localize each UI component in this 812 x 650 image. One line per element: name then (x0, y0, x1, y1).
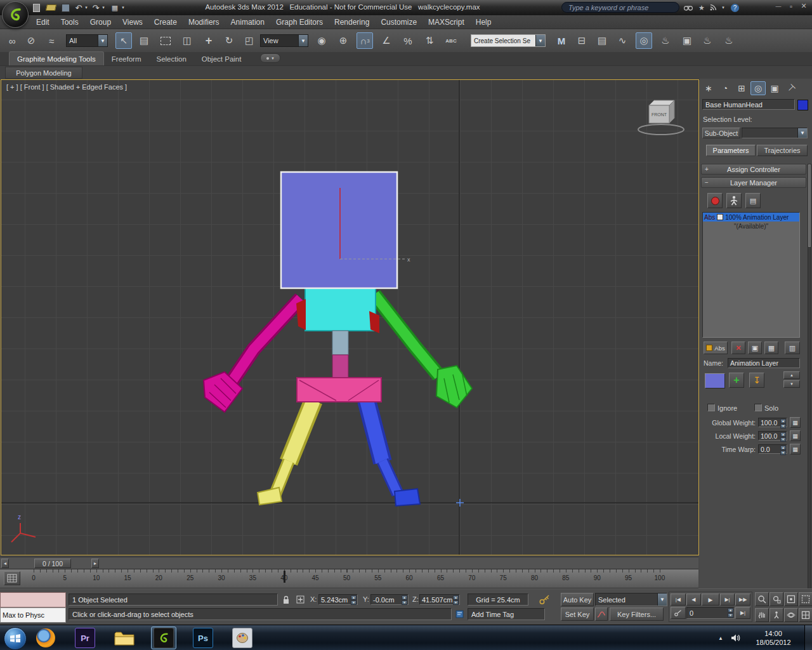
close-icon[interactable]: ✕ (798, 1, 809, 11)
spinner[interactable]: ▲▼ (780, 446, 786, 453)
time-warp-field[interactable]: 0.0 ▲▼ (758, 444, 787, 454)
maxscript-macro-pane[interactable] (0, 592, 66, 607)
menu-item[interactable]: Rendering (329, 15, 375, 29)
scrollbar-thumb[interactable] (808, 164, 811, 247)
render-production-icon[interactable]: ♨ (699, 32, 716, 49)
local-weight-curve-button[interactable]: ▦ (790, 430, 801, 441)
menu-item[interactable]: Create (148, 15, 183, 29)
record-layer-button[interactable] (707, 193, 723, 208)
right-thigh[interactable] (367, 401, 383, 462)
selection-filter-dropdown[interactable]: All ▼ (66, 34, 108, 47)
global-weight-field[interactable]: 100.0 ▲▼ (758, 418, 787, 427)
animation-layer-list[interactable]: Abs 100% Animation Layer "(Available)" (702, 212, 800, 338)
layer-transform-button[interactable]: + (729, 373, 744, 388)
select-object-icon[interactable]: ↖ (115, 32, 132, 49)
time-slider-grip[interactable]: 0 / 100 (34, 559, 71, 568)
maximize-icon[interactable]: ▫ (785, 1, 797, 11)
previous-frame-button[interactable]: ◀ (686, 594, 702, 606)
taskbar-3dsmax[interactable] (151, 627, 176, 649)
spinner[interactable]: ▲▼ (402, 595, 407, 604)
select-and-link-icon[interactable]: ∞ (4, 32, 20, 49)
search-binoculars-icon[interactable] (683, 3, 694, 13)
snaps-toggle-icon[interactable]: ∩3 (357, 32, 373, 49)
tab-parameters[interactable]: Parameters (706, 145, 756, 156)
select-and-rotate-icon[interactable]: ↻ (221, 32, 237, 49)
orbit-icon[interactable] (784, 608, 798, 622)
left-clavicle[interactable] (296, 299, 306, 330)
dropdown-arrow-icon[interactable]: ▼ (657, 594, 667, 606)
panel-scrollbar[interactable] (808, 164, 811, 590)
object-name-field[interactable]: Base HumanHead (702, 99, 795, 110)
zoom-region-icon[interactable] (799, 592, 812, 606)
selection-region-icon[interactable] (157, 32, 174, 49)
zoom-icon[interactable] (755, 592, 769, 606)
trackbar-key-marker[interactable] (284, 571, 285, 583)
abs-relative-button[interactable]: Abs (704, 342, 728, 354)
fetch-icon[interactable]: ▦ (109, 3, 121, 13)
keyboard-override-icon[interactable]: ABC (443, 32, 459, 49)
menu-item[interactable]: Views (117, 15, 148, 29)
ribbon-tab-graphite[interactable]: Graphite Modeling Tools (9, 51, 104, 65)
rollout-assign-controller[interactable]: + Assign Controller (701, 164, 806, 175)
torso[interactable] (305, 287, 376, 331)
layer-row-available[interactable]: "(Available)" (703, 222, 799, 230)
taskbar-firefox[interactable] (33, 627, 58, 649)
zoom-all-icon[interactable] (769, 592, 783, 606)
add-time-tag-field[interactable]: Add Time Tag (468, 608, 545, 620)
spinner[interactable]: ▲▼ (453, 595, 459, 604)
key-mode-toggle-button[interactable] (671, 607, 686, 619)
spinner[interactable]: ▲▼ (728, 608, 733, 618)
walk-through-icon[interactable] (769, 608, 783, 622)
utilities-panel-icon[interactable]: ⊤ (783, 81, 799, 95)
menu-item[interactable]: Customize (375, 15, 422, 29)
hierarchy-panel-icon[interactable]: ⊞ (734, 81, 749, 95)
delete-layer-button[interactable]: ✕ (731, 342, 745, 354)
play-animation-button[interactable]: ▶ (702, 594, 719, 606)
right-foot[interactable] (395, 489, 420, 506)
time-slider-prev-button[interactable]: ◂ (1, 559, 9, 568)
go-to-end-alt-button[interactable]: ▶| (735, 607, 750, 619)
key-filters-curve-button[interactable] (595, 607, 608, 621)
select-and-scale-icon[interactable]: ◰ (241, 32, 258, 49)
z-coord-field[interactable]: 41.507cm ▲▼ (419, 594, 460, 605)
layer-color-swatch[interactable] (705, 373, 725, 388)
copy-layer-button[interactable]: ▣ (748, 342, 762, 354)
rendered-frame-window-icon[interactable]: ▣ (679, 32, 695, 49)
volume-icon[interactable] (730, 632, 742, 644)
spine-lower[interactable] (332, 355, 348, 378)
dropdown-arrow-icon[interactable]: ▼ (98, 35, 107, 46)
sub-object-dropdown[interactable]: ▼ (742, 128, 808, 138)
application-menu-button[interactable] (2, 1, 29, 28)
x-coord-field[interactable]: 5.243cm ▲▼ (318, 594, 358, 605)
global-weight-curve-button[interactable]: ▦ (790, 417, 801, 428)
time-tag-icon[interactable] (454, 609, 465, 620)
ribbon-tab-object-paint[interactable]: Object Paint (194, 52, 249, 65)
tab-trajectories[interactable]: Trajectories (757, 145, 808, 156)
spinner[interactable]: ▲▼ (351, 595, 357, 604)
local-weight-field[interactable]: 100.0 ▲▼ (758, 431, 787, 441)
zoom-extents-icon[interactable] (784, 592, 798, 606)
collapse-to-result-button[interactable]: ↧ (749, 373, 764, 388)
bind-to-space-warp-icon[interactable]: ≈ (43, 32, 60, 49)
layer-row-active[interactable]: Abs 100% Animation Layer (703, 213, 799, 222)
time-slider-next-button[interactable]: ▸ (91, 559, 99, 568)
motion-panel-icon[interactable]: ◎ (750, 81, 766, 95)
menu-item[interactable]: Modifiers (183, 15, 225, 29)
next-frame-button[interactable]: ▶| (720, 594, 735, 606)
create-panel-icon[interactable]: ∗ (701, 81, 716, 95)
paste-layer-button[interactable]: ▦ (764, 342, 778, 354)
infocenter-dropdown-icon[interactable]: ▾ (719, 4, 727, 11)
taskbar-clock[interactable]: 14:00 18/05/2012 (749, 629, 798, 647)
pelvis[interactable] (297, 378, 381, 402)
dropdown-arrow-icon[interactable]: ▼ (797, 128, 807, 138)
mirror-icon[interactable]: M (553, 32, 570, 49)
viewcube[interactable]: FRONT (632, 94, 691, 137)
fetch-dropdown-icon[interactable]: ▾ (120, 4, 126, 11)
menu-item[interactable]: MAXScript (422, 15, 470, 29)
taskbar-photoshop[interactable]: Ps (190, 627, 216, 649)
ribbon-tab-selection[interactable]: Selection (148, 52, 193, 65)
selection-lock-icon[interactable] (280, 594, 292, 606)
go-to-end-button[interactable]: ▶▶ (735, 594, 750, 606)
go-to-start-button[interactable]: |◀ (671, 594, 686, 606)
redo-dropdown-icon[interactable]: ▾ (100, 4, 107, 11)
